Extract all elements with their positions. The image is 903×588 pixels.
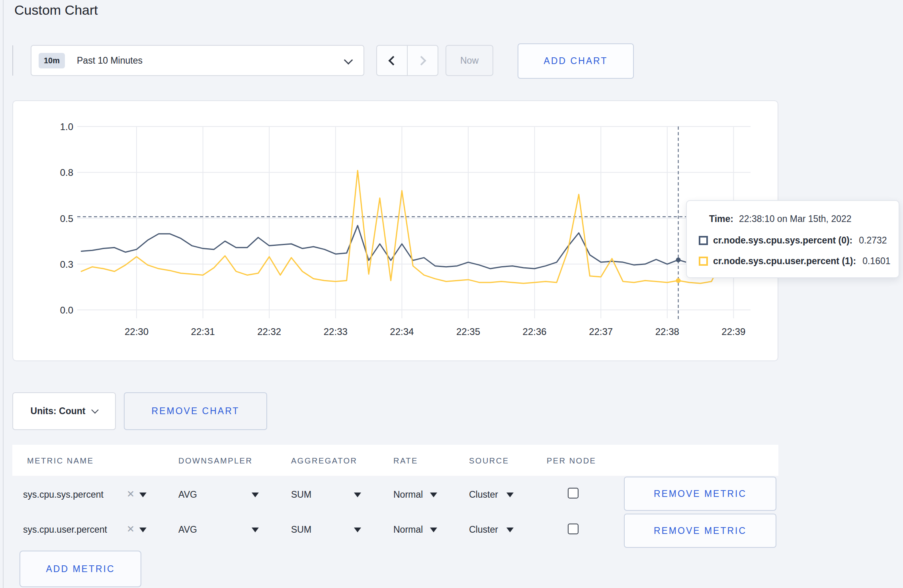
y-axis-tick-label: 1.0 <box>60 121 73 132</box>
hover-point-dot <box>676 278 681 283</box>
time-range-badge: 10m <box>39 53 65 68</box>
col-header-metric-name: METRIC NAME <box>27 456 94 465</box>
per-node-checkbox[interactable] <box>568 488 579 498</box>
time-nav-group <box>376 45 438 76</box>
caret-down-icon[interactable] <box>430 528 437 532</box>
caret-down-icon[interactable] <box>354 493 361 497</box>
y-axis-tick-label: 0.3 <box>60 259 73 270</box>
chart-hover-tooltip: Time:22:38:10 on Mar 15th, 2022 cr.node.… <box>686 200 899 278</box>
chart-card: 0.00.30.50.81.022:3022:3122:3222:3322:34… <box>12 100 778 361</box>
chevron-left-icon <box>388 56 398 65</box>
metric-name-select[interactable]: sys.cpu.user.percent <box>23 524 107 535</box>
metric-name-select[interactable]: sys.cpu.sys.percent <box>23 489 104 500</box>
tooltip-series-value: 0.1601 <box>862 256 890 267</box>
per-node-checkbox[interactable] <box>568 524 579 534</box>
caret-down-icon[interactable] <box>354 528 361 532</box>
rate-select[interactable]: Normal <box>393 489 423 500</box>
x-axis-tick-label: 22:39 <box>721 326 745 337</box>
series-swatch-icon <box>699 236 708 245</box>
col-header-per-node: PER NODE <box>547 456 596 465</box>
page-title: Custom Chart <box>14 2 98 18</box>
tooltip-series-label: cr.node.sys.cpu.user.percent (1): <box>713 256 856 267</box>
col-header-source: SOURCE <box>469 456 509 465</box>
add-chart-button[interactable]: ADD CHART <box>518 43 634 79</box>
chevron-down-icon <box>92 406 99 413</box>
tooltip-series-value: 0.2732 <box>859 235 887 246</box>
x-axis-tick-label: 22:32 <box>257 326 281 337</box>
x-axis-tick-label: 22:38 <box>655 326 679 337</box>
tooltip-series-label: cr.node.sys.cpu.sys.percent (0): <box>713 235 852 246</box>
tooltip-series-row: cr.node.sys.cpu.user.percent (1): 0.1601 <box>699 256 891 267</box>
series-line <box>81 171 745 284</box>
time-range-dropdown[interactable]: 10m Past 10 Minutes <box>31 45 364 76</box>
time-range-label: Past 10 Minutes <box>77 55 143 66</box>
clear-metric-icon[interactable]: ✕ <box>127 489 135 500</box>
x-axis-tick-label: 22:33 <box>324 326 348 337</box>
aggregator-select[interactable]: SUM <box>291 489 311 500</box>
x-axis-tick-label: 22:30 <box>125 326 149 337</box>
tooltip-series-row: cr.node.sys.cpu.sys.percent (0): 0.2732 <box>699 235 887 246</box>
downsampler-select[interactable]: AVG <box>178 489 197 500</box>
downsampler-select[interactable]: AVG <box>178 524 197 535</box>
col-header-downsampler: DOWNSAMPLER <box>178 456 252 465</box>
time-prev-button[interactable] <box>377 46 407 75</box>
col-header-rate: RATE <box>393 456 418 465</box>
time-next-button[interactable] <box>407 46 438 75</box>
y-axis-tick-label: 0.0 <box>60 305 73 315</box>
hover-point-dot <box>676 257 681 262</box>
page-left-border <box>3 0 4 588</box>
caret-down-icon[interactable] <box>252 493 259 497</box>
clear-metric-icon[interactable]: ✕ <box>127 524 135 535</box>
caret-down-icon[interactable] <box>252 528 259 532</box>
y-axis-tick-label: 0.8 <box>60 167 73 178</box>
remove-metric-button[interactable]: REMOVE METRIC <box>624 514 776 548</box>
chevron-right-icon <box>416 56 426 65</box>
units-dropdown[interactable]: Units: Count <box>12 392 116 430</box>
caret-down-icon[interactable] <box>139 493 147 497</box>
x-axis-tick-label: 22:35 <box>456 326 480 337</box>
x-axis-tick-label: 22:36 <box>523 326 547 337</box>
caret-down-icon[interactable] <box>430 493 437 497</box>
units-label: Units: Count <box>31 406 86 417</box>
x-axis-tick-label: 22:37 <box>589 326 613 337</box>
source-select[interactable]: Cluster <box>469 524 498 535</box>
add-metric-button[interactable]: ADD METRIC <box>20 551 141 587</box>
x-axis-tick-label: 22:31 <box>191 326 215 337</box>
tooltip-time-value: 22:38:10 on Mar 15th, 2022 <box>739 214 852 224</box>
tooltip-time-row: Time:22:38:10 on Mar 15th, 2022 <box>709 214 852 224</box>
remove-chart-button[interactable]: REMOVE CHART <box>124 392 267 430</box>
series-swatch-icon <box>699 257 708 266</box>
caret-down-icon[interactable] <box>506 493 514 497</box>
chart-plot[interactable]: 0.00.30.50.81.022:3022:3122:3222:3322:34… <box>13 101 779 362</box>
aggregator-select[interactable]: SUM <box>291 524 311 535</box>
x-axis-tick-label: 22:34 <box>390 326 414 337</box>
toolbar-divider <box>12 45 13 76</box>
tooltip-time-label: Time: <box>709 214 733 224</box>
y-axis-tick-label: 0.5 <box>60 213 73 224</box>
caret-down-icon[interactable] <box>506 528 514 532</box>
col-header-aggregator: AGGREGATOR <box>291 456 358 465</box>
chevron-down-icon <box>344 56 353 65</box>
remove-metric-button[interactable]: REMOVE METRIC <box>624 477 776 511</box>
source-select[interactable]: Cluster <box>469 489 498 500</box>
caret-down-icon[interactable] <box>139 528 147 532</box>
rate-select[interactable]: Normal <box>393 524 423 535</box>
now-button[interactable]: Now <box>446 45 493 76</box>
